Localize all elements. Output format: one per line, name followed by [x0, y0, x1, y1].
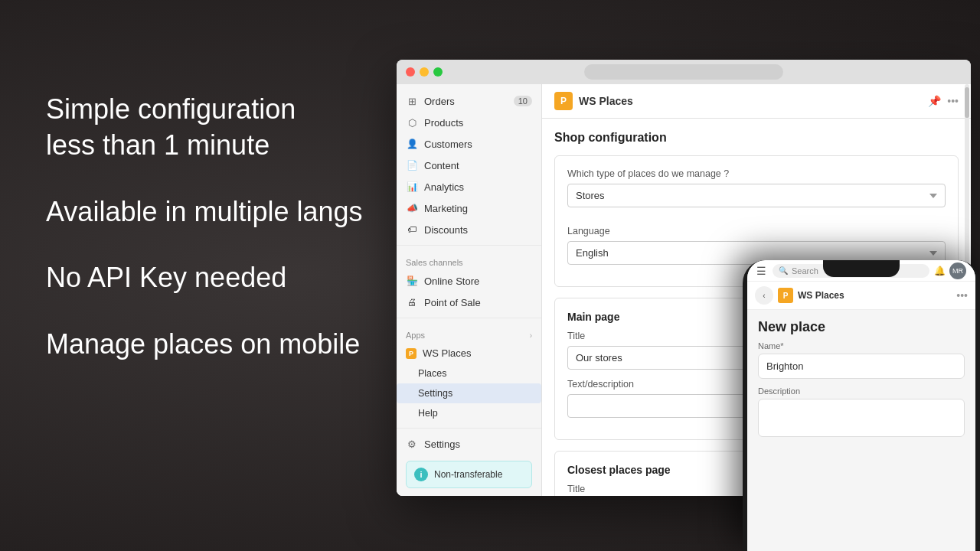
non-transferable-label: Non-transferable — [434, 469, 502, 480]
sidebar-item-orders[interactable]: Orders 10 — [397, 90, 541, 112]
settings-sub-label: Settings — [418, 388, 452, 399]
orders-label: Orders — [424, 96, 455, 107]
sidebar-item-discounts[interactable]: Discounts — [397, 219, 541, 240]
app-header-actions: 📌 ••• — [928, 95, 959, 107]
places-type-label: Which type of places do we manage ? — [567, 168, 946, 179]
phone-name-label: Name* — [747, 341, 975, 354]
language-label: Language — [567, 226, 946, 236]
sidebar-item-marketing[interactable]: Marketing — [397, 197, 541, 219]
discounts-icon — [406, 223, 418, 236]
phone-app-name: WS Places — [798, 290, 844, 301]
customers-icon — [406, 138, 418, 150]
window-close-button[interactable] — [406, 67, 415, 77]
places-label: Places — [418, 368, 447, 379]
orders-icon — [406, 95, 418, 107]
sidebar-item-ws-places[interactable]: P WS Places — [397, 343, 541, 364]
headline-1b: less than 1 minute — [46, 128, 363, 164]
scroll-thumb[interactable] — [965, 87, 969, 118]
sidebar-item-places[interactable]: Places — [397, 364, 541, 383]
mobile-phone: ☰ 🔍 Search 🔔 MR ‹ P WS Places ••• New pl… — [743, 260, 980, 551]
window-minimize-button[interactable] — [420, 67, 429, 77]
divider-1 — [397, 245, 541, 246]
info-icon: i — [414, 468, 428, 481]
language-field: Language English — [567, 226, 946, 265]
phone-notch — [823, 260, 900, 277]
sidebar-item-settings-sub[interactable]: Settings — [397, 383, 541, 403]
window-maximize-button[interactable] — [433, 67, 443, 77]
online-store-label: Online Store — [424, 276, 479, 287]
app-title: WS Places — [579, 95, 633, 107]
divider-3 — [397, 428, 541, 429]
sidebar-item-online-store[interactable]: Online Store — [397, 270, 541, 292]
pos-icon — [406, 296, 418, 308]
phone-name-input[interactable]: Brighton — [758, 354, 965, 379]
sidebar-item-analytics[interactable]: Analytics — [397, 176, 541, 197]
app-logo: P — [554, 92, 573, 110]
divider-2 — [397, 318, 541, 318]
sidebar-item-pos[interactable]: Point of Sale — [397, 292, 541, 313]
headline-3: No API Key needed — [46, 260, 363, 296]
sidebar-item-content[interactable]: Content — [397, 155, 541, 176]
sidebar-item-customers[interactable]: Customers — [397, 133, 541, 155]
settings-icon — [406, 438, 418, 450]
more-options-icon[interactable]: ••• — [947, 95, 959, 107]
phone-page-title: New place — [747, 310, 975, 341]
places-type-select[interactable]: Stores — [567, 184, 946, 207]
headline-2: Available in multiple langs — [46, 194, 363, 230]
places-type-field: Which type of places do we manage ? Stor… — [567, 168, 946, 217]
phone-hamburger-icon[interactable]: ☰ — [756, 265, 766, 277]
phone-avatar[interactable]: MR — [949, 262, 966, 279]
analytics-label: Analytics — [424, 181, 464, 193]
content-label: Content — [424, 160, 459, 171]
phone-screen: ☰ 🔍 Search 🔔 MR ‹ P WS Places ••• New pl… — [747, 260, 975, 551]
products-label: Products — [424, 117, 463, 129]
non-transferable-badge: i Non-transferable — [406, 461, 532, 488]
address-bar[interactable] — [584, 64, 783, 80]
products-icon — [406, 116, 418, 129]
phone-search-placeholder: Search — [792, 266, 818, 276]
apps-section-label: Apps › — [397, 323, 541, 343]
sidebar-item-products[interactable]: Products — [397, 112, 541, 133]
analytics-icon — [406, 181, 418, 193]
phone-more-icon[interactable]: ••• — [956, 289, 968, 302]
help-label: Help — [418, 408, 438, 419]
content-icon — [406, 159, 418, 171]
phone-app-bar: ‹ P WS Places ••• — [747, 282, 975, 310]
pin-icon[interactable]: 📌 — [928, 95, 941, 107]
phone-back-button[interactable]: ‹ — [755, 286, 773, 305]
discounts-label: Discounts — [424, 224, 468, 236]
phone-description-label: Description — [747, 386, 975, 399]
main-settings-label: Settings — [424, 439, 460, 450]
ws-places-label: WS Places — [423, 347, 472, 359]
phone-app-logo: P — [778, 288, 793, 303]
phone-description-input[interactable] — [758, 399, 965, 437]
marketing-icon — [406, 202, 418, 214]
marketing-label: Marketing — [424, 203, 468, 214]
app-header: P WS Places 📌 ••• — [542, 84, 971, 119]
ws-places-app-icon: P — [406, 348, 416, 359]
phone-notification-icon[interactable]: 🔔 — [934, 266, 946, 276]
sidebar: Orders 10 Products Customers Content — [397, 84, 542, 496]
sidebar-item-main-settings[interactable]: Settings — [397, 433, 541, 455]
orders-badge: 10 — [514, 96, 532, 106]
sales-channels-section: Sales channels — [397, 250, 541, 270]
left-text-overlay: Simple configuration less than 1 minute … — [46, 92, 363, 393]
sidebar-item-help[interactable]: Help — [397, 403, 541, 423]
shop-config-title: Shop configuration — [554, 131, 959, 145]
customers-label: Customers — [424, 139, 472, 150]
headline-4: Manage places on mobile — [46, 327, 363, 363]
pos-label: Point of Sale — [424, 297, 481, 308]
headline-1a: Simple configuration — [46, 92, 363, 128]
phone-search-icon: 🔍 — [779, 266, 788, 275]
online-store-icon — [406, 275, 418, 287]
browser-titlebar — [397, 60, 971, 84]
